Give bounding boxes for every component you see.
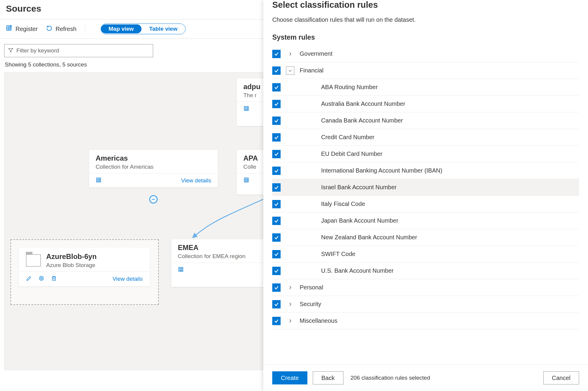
card-title: Americas [96, 154, 211, 162]
rule-group-pers[interactable]: Personal [272, 279, 579, 296]
checkbox[interactable] [272, 217, 281, 225]
target-icon[interactable] [38, 275, 44, 282]
panel-footer: Create Back 206 classification rules sel… [263, 364, 588, 391]
card-subtitle: Azure Blob Storage [46, 262, 97, 269]
register-label: Register [15, 26, 38, 32]
rule-item-label: New Zealand Bank Account Number [321, 234, 417, 241]
grid-icon[interactable] [243, 105, 249, 112]
svg-rect-13 [97, 178, 101, 182]
cancel-button[interactable]: Cancel [543, 371, 579, 384]
rule-item-label: International Banking Account Number (IB… [321, 167, 442, 174]
register-button[interactable]: Register [6, 25, 38, 33]
view-toggle: Map view Table view [101, 24, 186, 34]
rule-group-label: Personal [300, 284, 323, 291]
view-details-link[interactable]: View details [113, 276, 143, 282]
collection-card-americas[interactable]: Americas Collection for Americas View de… [89, 150, 218, 187]
rule-item-label: Japan Bank Account Number [321, 217, 398, 224]
rule-item[interactable]: U.S. Bank Account Number [272, 263, 579, 279]
rule-item-label: Australia Bank Account Number [321, 100, 405, 107]
rule-group-label: Government [300, 50, 332, 57]
rule-item[interactable]: SWIFT Code [272, 246, 579, 263]
svg-point-25 [41, 278, 42, 279]
checkbox[interactable] [272, 150, 281, 158]
rule-item[interactable]: Australia Bank Account Number [272, 96, 579, 112]
filter-icon [8, 48, 13, 54]
rule-item-label: Israel Bank Account Number [321, 184, 396, 191]
expand-icon[interactable] [286, 302, 294, 307]
rule-item[interactable]: International Banking Account Number (IB… [272, 162, 579, 179]
panel-description: Choose classification rules that will ru… [272, 16, 579, 23]
expand-icon[interactable] [286, 285, 294, 290]
refresh-label: Refresh [55, 26, 76, 32]
collapse-icon[interactable] [286, 66, 294, 75]
svg-rect-26 [52, 277, 55, 280]
grid-icon[interactable] [96, 177, 102, 184]
panel-body: Select classification rules Choose class… [263, 0, 588, 364]
collapse-toggle[interactable]: − [149, 195, 158, 204]
table-view-toggle[interactable]: Table view [141, 24, 185, 33]
svg-rect-0 [7, 26, 11, 30]
classification-panel: Select classification rules Choose class… [263, 0, 588, 391]
filter-input-wrap[interactable] [4, 44, 153, 57]
panel-title: Select classification rules [272, 0, 579, 10]
rules-list: GovernmentFinancialABA Routing NumberAus… [272, 46, 579, 329]
rule-item[interactable]: EU Debit Card Number [272, 146, 579, 162]
rule-item[interactable]: Canada Bank Account Number [272, 112, 579, 129]
rule-item-label: U.S. Bank Account Number [321, 267, 393, 274]
checkbox[interactable] [272, 100, 281, 108]
card-subtitle: Collection for Americas [96, 164, 211, 170]
blob-storage-icon [26, 254, 41, 267]
rule-item-label: Italy Fiscal Code [321, 201, 365, 207]
rule-group-fin[interactable]: Financial [272, 62, 579, 79]
create-button[interactable]: Create [272, 371, 307, 384]
edit-icon[interactable] [26, 275, 32, 282]
rule-group-gov[interactable]: Government [272, 46, 579, 62]
checkbox[interactable] [272, 233, 281, 242]
checkbox[interactable] [272, 50, 281, 58]
rule-group-sec[interactable]: Security [272, 296, 579, 313]
rule-group-label: Miscellaneous [300, 317, 337, 324]
expand-icon[interactable] [286, 319, 294, 323]
checkbox[interactable] [272, 317, 281, 325]
rule-item[interactable]: Japan Bank Account Number [272, 212, 579, 229]
rule-item[interactable]: New Zealand Bank Account Number [272, 229, 579, 246]
rule-group-misc[interactable]: Miscellaneous [272, 313, 579, 329]
section-title: System rules [272, 33, 579, 41]
checkbox[interactable] [272, 66, 281, 75]
checkbox[interactable] [272, 167, 281, 175]
svg-marker-7 [9, 48, 13, 52]
checkbox[interactable] [272, 250, 281, 258]
delete-icon[interactable] [51, 275, 57, 282]
grid-icon[interactable] [243, 177, 249, 184]
footer-status: 206 classification rules selected [351, 375, 430, 381]
card-title: AzureBlob-6yn [46, 252, 97, 261]
checkbox[interactable] [272, 83, 281, 91]
rule-item-label: EU Debit Card Number [321, 150, 382, 157]
map-view-toggle[interactable]: Map view [101, 24, 141, 33]
refresh-button[interactable]: Refresh [46, 25, 76, 33]
grid-icon[interactable] [178, 266, 184, 273]
checkbox[interactable] [272, 200, 281, 208]
expand-icon[interactable] [286, 52, 294, 56]
source-card-azureblob[interactable]: AzureBlob-6yn Azure Blob Storage [19, 248, 150, 286]
checkbox[interactable] [272, 117, 281, 125]
rule-item-label: Canada Bank Account Number [321, 117, 403, 124]
rule-item-label: ABA Routing Number [321, 84, 378, 91]
rule-item[interactable]: Israel Bank Account Number [272, 179, 579, 196]
rule-item[interactable]: ABA Routing Number [272, 79, 579, 96]
checkbox[interactable] [272, 300, 281, 308]
rule-group-label: Security [300, 301, 321, 308]
refresh-icon [46, 25, 52, 33]
rule-item[interactable]: Credit Card Number [272, 129, 579, 146]
rule-item[interactable]: Italy Fiscal Code [272, 196, 579, 212]
view-details-link[interactable]: View details [181, 177, 211, 184]
checkbox[interactable] [272, 183, 281, 192]
checkbox[interactable] [272, 133, 281, 142]
rule-group-label: Financial [300, 67, 323, 74]
filter-input[interactable] [16, 47, 149, 54]
checkbox[interactable] [272, 283, 281, 292]
source-frame: AzureBlob-6yn Azure Blob Storage [10, 239, 159, 305]
back-button[interactable]: Back [313, 371, 343, 384]
svg-rect-8 [244, 106, 248, 111]
checkbox[interactable] [272, 267, 281, 275]
